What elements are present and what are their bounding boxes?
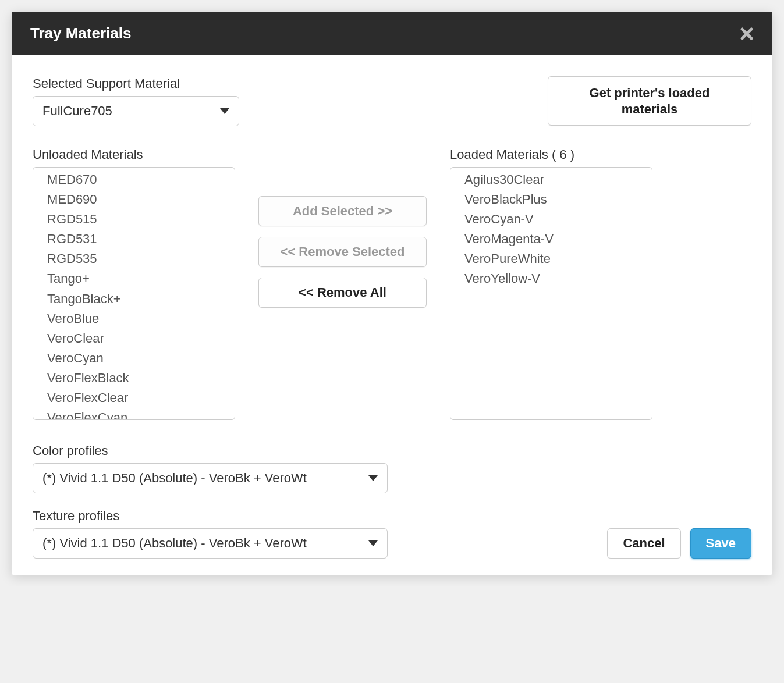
chevron-down-icon	[220, 108, 229, 114]
get-printer-materials-button[interactable]: Get printer's loaded materials	[548, 76, 751, 126]
texture-profiles-field: Texture profiles (*) Vivid 1.1 D50 (Abso…	[33, 508, 388, 559]
list-item[interactable]: VeroPureWhite	[464, 249, 652, 269]
list-item[interactable]: VeroClear	[47, 329, 235, 348]
close-icon[interactable]	[740, 27, 754, 41]
chevron-down-icon	[368, 540, 378, 546]
action-buttons: Cancel Save	[607, 528, 751, 559]
color-profiles-field: Color profiles (*) Vivid 1.1 D50 (Absolu…	[33, 443, 751, 493]
list-item[interactable]: VeroMagenta-V	[464, 229, 652, 249]
tray-materials-dialog: Tray Materials Selected Support Material…	[12, 12, 772, 575]
transfer-buttons: Add Selected >> << Remove Selected << Re…	[258, 196, 427, 308]
dialog-header: Tray Materials	[12, 12, 772, 55]
list-item[interactable]: VeroCyan	[47, 348, 235, 368]
list-item[interactable]: RGD535	[47, 249, 235, 269]
support-material-field: Selected Support Material FullCure705	[33, 76, 239, 126]
support-material-label: Selected Support Material	[33, 76, 239, 91]
chevron-down-icon	[368, 475, 378, 481]
texture-profiles-select[interactable]: (*) Vivid 1.1 D50 (Absolute) - VeroBk + …	[33, 528, 388, 559]
list-item[interactable]: Agilus30Clear	[464, 170, 652, 190]
color-profiles-value: (*) Vivid 1.1 D50 (Absolute) - VeroBk + …	[42, 471, 307, 485]
remove-selected-button[interactable]: << Remove Selected	[258, 237, 427, 267]
dialog-title: Tray Materials	[30, 24, 131, 42]
add-selected-button[interactable]: Add Selected >>	[258, 196, 427, 226]
dialog-body: Selected Support Material FullCure705 Ge…	[12, 55, 772, 575]
loaded-column: Loaded Materials ( 6 ) Agilus30ClearVero…	[450, 147, 652, 420]
color-profiles-label: Color profiles	[33, 443, 751, 458]
unloaded-label: Unloaded Materials	[33, 147, 235, 162]
list-item[interactable]: MED670	[47, 170, 235, 190]
list-item[interactable]: VeroBlue	[47, 309, 235, 329]
list-item[interactable]: RGD515	[47, 209, 235, 229]
list-item[interactable]: VeroYellow-V	[464, 269, 652, 289]
save-button[interactable]: Save	[690, 528, 751, 559]
support-material-value: FullCure705	[42, 104, 112, 118]
list-item[interactable]: MED690	[47, 190, 235, 209]
cancel-button[interactable]: Cancel	[607, 528, 680, 559]
unloaded-column: Unloaded Materials MED670MED690RGD515RGD…	[33, 147, 235, 420]
loaded-materials-list[interactable]: Agilus30ClearVeroBlackPlusVeroCyan-VVero…	[450, 167, 652, 420]
support-material-select[interactable]: FullCure705	[33, 96, 239, 126]
color-profiles-select[interactable]: (*) Vivid 1.1 D50 (Absolute) - VeroBk + …	[33, 463, 388, 493]
list-item[interactable]: Tango+	[47, 269, 235, 289]
remove-all-button[interactable]: << Remove All	[258, 278, 427, 308]
texture-profiles-value: (*) Vivid 1.1 D50 (Absolute) - VeroBk + …	[42, 536, 307, 550]
list-item[interactable]: VeroCyan-V	[464, 209, 652, 229]
list-item[interactable]: VeroFlexClear	[47, 388, 235, 408]
loaded-label: Loaded Materials ( 6 )	[450, 147, 652, 162]
list-item[interactable]: VeroBlackPlus	[464, 190, 652, 209]
list-item[interactable]: RGD531	[47, 229, 235, 249]
list-item[interactable]: TangoBlack+	[47, 289, 235, 309]
texture-profiles-label: Texture profiles	[33, 508, 388, 524]
unloaded-materials-list[interactable]: MED670MED690RGD515RGD531RGD535Tango+Tang…	[33, 167, 235, 420]
list-item[interactable]: VeroFlexCyan	[47, 408, 235, 420]
list-item[interactable]: VeroFlexBlack	[47, 368, 235, 388]
